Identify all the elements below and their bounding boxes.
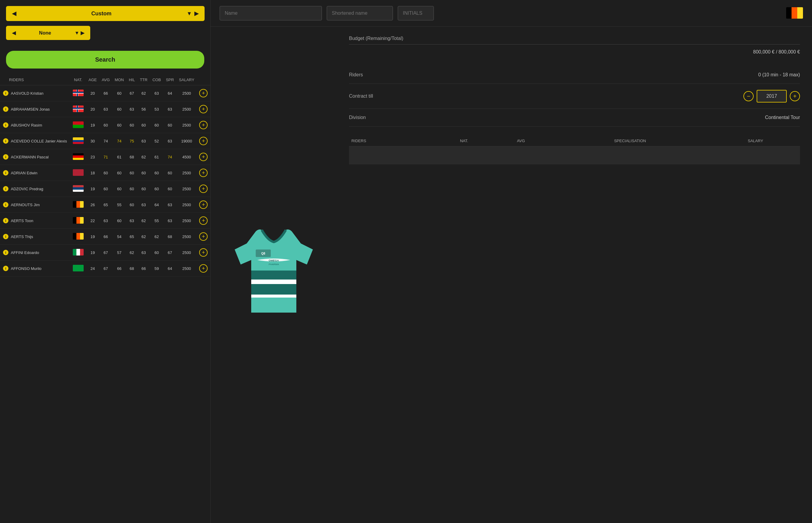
cell-spr: 64 (163, 260, 176, 276)
cell-age: 23 (86, 149, 99, 165)
cell-ttr: 62 (138, 213, 150, 229)
cell-add: + (197, 117, 210, 133)
col-age: AGE (86, 74, 99, 85)
cell-nat (70, 101, 86, 117)
add-rider-button[interactable]: + (199, 200, 208, 209)
add-rider-button[interactable]: + (199, 169, 208, 177)
cell-hil: 60 (126, 197, 138, 213)
custom-dropdown[interactable]: ◀ Custom ▼ ▶ (6, 6, 205, 21)
add-rider-button[interactable]: + (199, 184, 208, 193)
cell-cob: 60 (150, 245, 163, 260)
contract-info-row: Contract till − + (349, 84, 800, 109)
cell-nat (70, 245, 86, 260)
budget-value: 800,000 € / 800,000 € (349, 47, 800, 57)
cell-nat (70, 197, 86, 213)
none-arrow-left[interactable]: ◀ (12, 30, 16, 36)
left-panel: ◀ Custom ▼ ▶ ◀ None ▼ ▶ (0, 0, 211, 523)
riders-table-container[interactable]: RIDERS NAT. AGE AVG MON HIL TTR COB SPR … (0, 74, 210, 523)
riders-value: 0 (10 min - 18 max) (758, 72, 800, 77)
arrow-right-icon[interactable]: ▶ (194, 10, 198, 17)
cell-add: + (197, 133, 210, 149)
none-arrow-right[interactable]: ▶ (81, 30, 84, 35)
contract-minus-button[interactable]: − (743, 91, 754, 101)
cell-spr: 63 (163, 133, 176, 149)
cell-mon: 61 (112, 149, 126, 165)
cell-cob: 59 (150, 260, 163, 276)
info-icon[interactable]: i (3, 218, 8, 223)
add-rider-button[interactable]: + (199, 232, 208, 241)
cell-name: i AERNOUTS Jim (0, 197, 70, 213)
add-rider-button[interactable]: + (199, 264, 208, 273)
cell-mon: 60 (112, 117, 126, 133)
contract-plus-button[interactable]: + (790, 91, 800, 101)
col-riders: RIDERS (0, 74, 70, 85)
cell-cob: 60 (150, 165, 163, 181)
cell-salary: 19000 (176, 133, 197, 149)
info-icon[interactable]: i (3, 122, 8, 128)
info-icon[interactable]: i (3, 186, 8, 192)
table-header-row: RIDERS NAT. AGE AVG MON HIL TTR COB SPR … (0, 74, 210, 85)
info-icon[interactable]: i (3, 266, 8, 271)
info-icon[interactable]: i (3, 90, 8, 96)
cell-avg: 63 (99, 101, 112, 117)
cell-salary: 2500 (176, 165, 197, 181)
info-icon[interactable]: i (3, 106, 8, 112)
none-nav-arrows: ▼ ▶ (75, 30, 84, 36)
division-value: Continental Tour (765, 115, 800, 120)
info-area: Budget (Remaining/Total) 800,000 € / 800… (337, 27, 812, 523)
none-dropdown[interactable]: ◀ None ▼ ▶ (6, 26, 90, 40)
rider-name: ACEVEDO COLLE Janier Alexis (11, 139, 67, 143)
right-col-spec: SPECIALISATION (549, 136, 711, 146)
cell-name: i ACEVEDO COLLE Janier Alexis (0, 133, 70, 149)
add-rider-button[interactable]: + (199, 137, 208, 145)
initials-input[interactable] (398, 6, 434, 20)
flag-icon (73, 217, 84, 223)
cell-add: + (197, 149, 210, 165)
flag-area (786, 7, 803, 20)
search-button[interactable]: Search (6, 51, 204, 69)
info-icon[interactable]: i (3, 234, 8, 239)
svg-rect-0 (251, 271, 296, 279)
cell-add: + (197, 181, 210, 197)
add-rider-button[interactable]: + (199, 105, 208, 113)
add-rider-button[interactable]: + (199, 89, 208, 97)
cell-salary: 2500 (176, 260, 197, 276)
info-icon[interactable]: i (3, 138, 8, 144)
cell-mon: 60 (112, 213, 126, 229)
budget-label: Budget (Remaining/Total) (349, 36, 800, 41)
arrow-left-icon[interactable]: ◀ (12, 10, 16, 17)
col-nat: NAT. (70, 74, 86, 85)
cell-age: 19 (86, 229, 99, 245)
right-col-riders: RIDERS (349, 136, 435, 146)
add-rider-button[interactable]: + (199, 216, 208, 225)
cell-add: + (197, 213, 210, 229)
cell-ttr: 60 (138, 181, 150, 197)
budget-section: Budget (Remaining/Total) 800,000 € / 800… (349, 36, 800, 57)
search-area: Search (0, 51, 210, 69)
cell-age: 19 (86, 117, 99, 133)
svg-rect-2 (251, 284, 296, 294)
info-icon[interactable]: i (3, 250, 8, 255)
contract-year-input[interactable] (757, 90, 787, 103)
add-rider-button[interactable]: + (199, 248, 208, 257)
rider-name: ACKERMANN Pascal (11, 155, 49, 159)
contract-label: Contract till (349, 93, 373, 99)
info-icon[interactable]: i (3, 170, 8, 176)
cell-mon: 60 (112, 85, 126, 101)
cell-avg: 63 (99, 213, 112, 229)
cell-spr: 63 (163, 213, 176, 229)
add-rider-button[interactable]: + (199, 121, 208, 129)
jersey-area: Q8 OMEGA PHARMA (211, 27, 337, 523)
riders-tbody: i AASVOLD Kristian 20 66 60 67 62 63 64 … (0, 85, 210, 276)
cell-cob: 60 (150, 117, 163, 133)
add-rider-button[interactable]: + (199, 153, 208, 161)
flag-icon (73, 201, 84, 208)
cell-salary: 2500 (176, 117, 197, 133)
cell-mon: 55 (112, 197, 126, 213)
name-input[interactable] (220, 6, 322, 20)
info-icon[interactable]: i (3, 202, 8, 208)
info-icon[interactable]: i (3, 154, 8, 160)
shortened-name-input[interactable] (327, 6, 393, 20)
rider-name: ADZOVIC Predrag (11, 187, 43, 191)
cell-ttr: 60 (138, 117, 150, 133)
